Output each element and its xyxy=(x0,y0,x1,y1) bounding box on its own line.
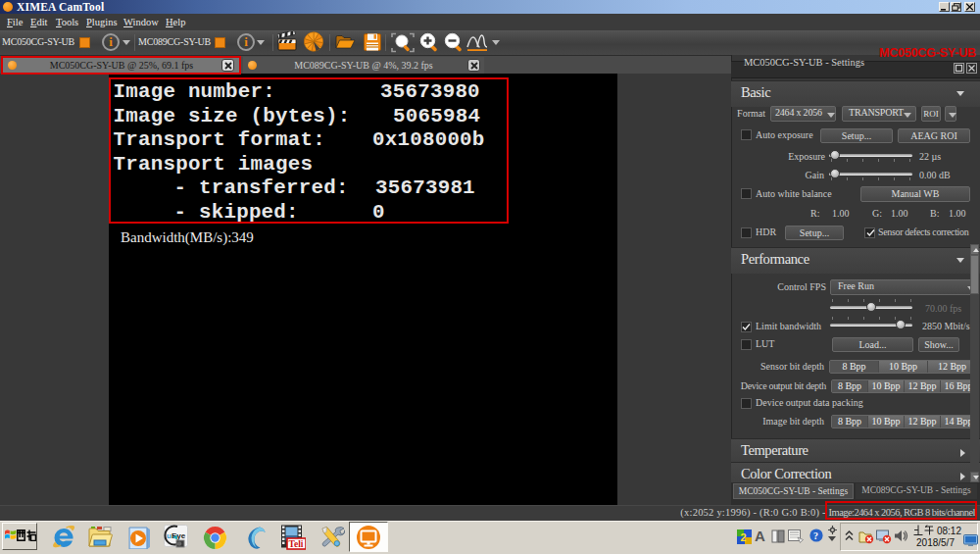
svg-text:2: 2 xyxy=(741,531,747,543)
svg-text:?: ? xyxy=(813,530,818,541)
svg-text:Teli: Teli xyxy=(289,539,304,549)
